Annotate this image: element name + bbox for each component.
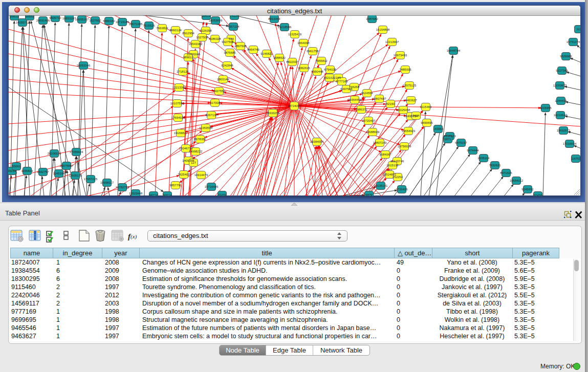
svg-text:15716485: 15716485 bbox=[205, 185, 219, 188]
svg-text:17957225: 17957225 bbox=[84, 178, 98, 181]
svg-text:8813054: 8813054 bbox=[268, 17, 280, 20]
svg-text:9227349: 9227349 bbox=[556, 69, 568, 72]
svg-text:7485005: 7485005 bbox=[399, 68, 411, 71]
svg-text:10025458: 10025458 bbox=[397, 108, 410, 112]
svg-text:111: 111 bbox=[576, 28, 580, 31]
svg-text:9699695: 9699695 bbox=[421, 121, 433, 124]
svg-text:1621022: 1621022 bbox=[323, 76, 336, 79]
svg-text:9242848: 9242848 bbox=[221, 64, 233, 67]
svg-text:12923448: 12923448 bbox=[129, 192, 143, 195]
svg-text:20612: 20612 bbox=[10, 15, 19, 18]
svg-text:16154808: 16154808 bbox=[376, 28, 390, 31]
svg-text:9463627: 9463627 bbox=[405, 99, 417, 102]
svg-text:14136141: 14136141 bbox=[374, 184, 388, 187]
svg-text:19756928: 19756928 bbox=[398, 145, 411, 148]
svg-text:15720407: 15720407 bbox=[362, 119, 376, 122]
svg-text:19654923: 19654923 bbox=[402, 129, 416, 133]
svg-text:10654112: 10654112 bbox=[510, 179, 524, 182]
svg-text:245: 245 bbox=[336, 76, 341, 79]
svg-text:8471626: 8471626 bbox=[500, 171, 512, 174]
svg-text:127: 127 bbox=[191, 161, 197, 164]
svg-text:19384554: 19384554 bbox=[310, 140, 324, 143]
svg-text:1664098: 1664098 bbox=[297, 41, 310, 45]
svg-text:140954: 140954 bbox=[433, 127, 444, 130]
svg-text:10853287: 10853287 bbox=[62, 17, 76, 20]
svg-text:17359924: 17359924 bbox=[70, 150, 83, 154]
svg-text:(x): (x) bbox=[130, 233, 137, 240]
svg-text:2803144: 2803144 bbox=[217, 78, 229, 81]
svg-text:18807249: 18807249 bbox=[373, 141, 387, 144]
svg-text:1615132: 1615132 bbox=[386, 164, 399, 167]
svg-text:9327508: 9327508 bbox=[222, 40, 234, 43]
svg-text:9146821: 9146821 bbox=[260, 52, 273, 55]
svg-text:8427552: 8427552 bbox=[213, 90, 225, 93]
svg-text:18300295: 18300295 bbox=[266, 112, 280, 115]
svg-text:9777169: 9777169 bbox=[336, 80, 348, 83]
svg-text:9115460: 9115460 bbox=[420, 105, 432, 108]
svg-text:8267130: 8267130 bbox=[205, 114, 217, 117]
svg-text:8912954: 8912954 bbox=[182, 32, 194, 35]
svg-text:1027508: 1027508 bbox=[196, 36, 208, 39]
svg-text:14998222: 14998222 bbox=[189, 150, 203, 153]
svg-text:2087682: 2087682 bbox=[366, 17, 378, 20]
svg-text:16914479: 16914479 bbox=[194, 173, 208, 177]
svg-text:16848784: 16848784 bbox=[447, 49, 461, 52]
svg-text:8678352: 8678352 bbox=[194, 138, 206, 141]
svg-text:6479197: 6479197 bbox=[455, 141, 467, 144]
svg-text:7632621: 7632621 bbox=[489, 164, 501, 167]
svg-text:746266: 746266 bbox=[349, 85, 360, 89]
svg-text:3624554: 3624554 bbox=[361, 92, 373, 95]
svg-text:6466160: 6466160 bbox=[103, 19, 115, 23]
svg-text:1244415: 1244415 bbox=[555, 99, 567, 102]
svg-text:12975125: 12975125 bbox=[403, 84, 417, 87]
svg-text:2942757: 2942757 bbox=[37, 170, 49, 173]
svg-text:8226058: 8226058 bbox=[200, 29, 212, 32]
svg-text:1362615: 1362615 bbox=[298, 67, 310, 70]
svg-text:75224: 75224 bbox=[230, 15, 239, 17]
svg-text:10107552: 10107552 bbox=[170, 102, 184, 105]
svg-text:19218586: 19218586 bbox=[278, 26, 292, 29]
svg-text:12213369: 12213369 bbox=[172, 86, 186, 89]
svg-text:62160: 62160 bbox=[386, 102, 395, 105]
svg-text:9605710: 9605710 bbox=[49, 16, 61, 19]
svg-text:17016504: 17016504 bbox=[563, 142, 577, 145]
svg-text:20206526: 20206526 bbox=[48, 152, 61, 155]
svg-text:10719185: 10719185 bbox=[116, 20, 129, 24]
svg-text:8186328: 8186328 bbox=[209, 37, 221, 40]
svg-text:11325419: 11325419 bbox=[288, 33, 302, 36]
svg-text:2718126: 2718126 bbox=[177, 70, 189, 73]
svg-text:8660124: 8660124 bbox=[169, 29, 182, 32]
svg-text:9474444: 9474444 bbox=[467, 149, 479, 152]
svg-text:31231: 31231 bbox=[218, 193, 227, 196]
svg-text:10973493: 10973493 bbox=[394, 54, 407, 57]
svg-text:16053809: 16053809 bbox=[209, 19, 223, 22]
svg-text:20364456: 20364456 bbox=[348, 98, 362, 101]
svg-text:3215955: 3215955 bbox=[539, 106, 552, 110]
svg-text:19166827: 19166827 bbox=[174, 132, 188, 135]
svg-text:6794028: 6794028 bbox=[324, 68, 336, 71]
svg-text:16543382: 16543382 bbox=[189, 42, 203, 46]
svg-text:8454749: 8454749 bbox=[247, 48, 259, 51]
svg-text:917008: 917008 bbox=[210, 101, 221, 104]
svg-text:7625402: 7625402 bbox=[178, 173, 190, 176]
svg-text:116753: 116753 bbox=[571, 157, 580, 160]
svg-text:88726: 88726 bbox=[149, 194, 158, 196]
svg-text:3875685: 3875685 bbox=[224, 51, 236, 54]
svg-text:9084067: 9084067 bbox=[379, 153, 391, 156]
svg-text:1733426: 1733426 bbox=[396, 188, 408, 191]
svg-text:10655267: 10655267 bbox=[75, 18, 89, 21]
svg-text:20619: 20619 bbox=[202, 15, 211, 17]
svg-text:7663822: 7663822 bbox=[156, 27, 168, 30]
svg-text:16210643: 16210643 bbox=[554, 114, 568, 117]
svg-text:16120746: 16120746 bbox=[390, 160, 404, 163]
svg-text:1588520: 1588520 bbox=[273, 56, 286, 59]
svg-text:2867608: 2867608 bbox=[234, 45, 247, 48]
svg-text:15692971: 15692971 bbox=[557, 129, 571, 132]
svg-text:252254: 252254 bbox=[393, 176, 403, 179]
svg-text:10958117: 10958117 bbox=[100, 181, 114, 184]
svg-text:20975887: 20975887 bbox=[60, 164, 74, 167]
svg-text:30551: 30551 bbox=[26, 15, 34, 18]
svg-text:12905135: 12905135 bbox=[69, 174, 82, 177]
svg-text:9329966: 9329966 bbox=[560, 55, 572, 58]
svg-text:39159: 39159 bbox=[8, 169, 16, 172]
